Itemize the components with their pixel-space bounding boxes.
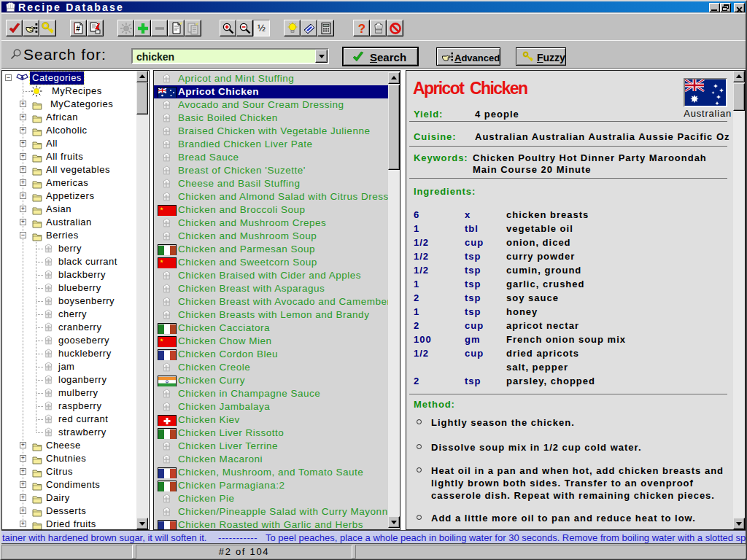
svg-text:#: # (76, 25, 80, 33)
svg-text:?: ? (358, 22, 365, 35)
